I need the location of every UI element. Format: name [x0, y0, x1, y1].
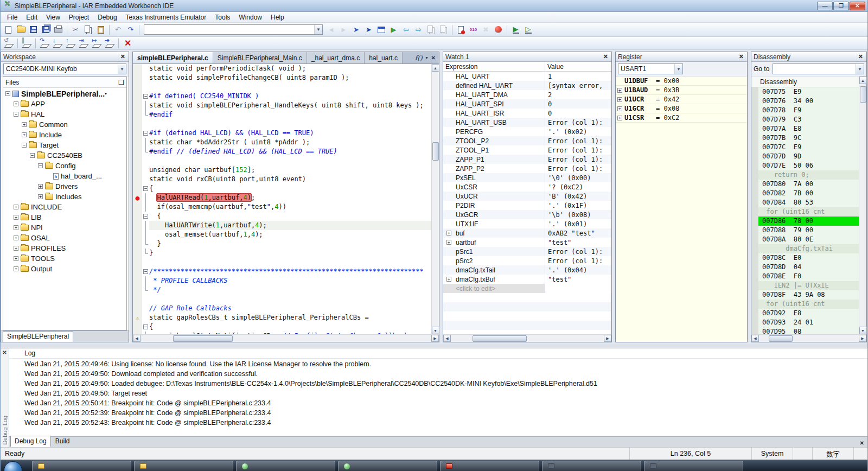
tab-hal-uart-c[interactable]: hal_uart.c: [365, 52, 403, 63]
fold-collapse-icon[interactable]: −: [143, 186, 148, 191]
watch-row[interactable]: pSrc2Error (col 1):: [443, 256, 611, 265]
disassembly-list[interactable]: Disassembly 007D75 E9007D76 34 00007D78 …: [751, 77, 859, 334]
expand-icon[interactable]: +: [38, 194, 43, 199]
fold-margin[interactable]: −: [142, 267, 149, 276]
fold-margin[interactable]: [142, 295, 149, 304]
fold-margin[interactable]: −: [142, 322, 149, 332]
next-bookmark-icon[interactable]: ⇨: [412, 24, 425, 35]
break-icon[interactable]: ∥: [20, 38, 33, 48]
editor-margin[interactable]: [133, 285, 142, 295]
previous-bookmark-icon[interactable]: ⇦: [400, 24, 412, 35]
tree-item-includes[interactable]: +Includes: [3, 192, 126, 202]
editor-margin[interactable]: [133, 322, 142, 332]
scroll-left-icon[interactable]: ◀: [133, 335, 141, 342]
fold-margin[interactable]: [142, 73, 149, 82]
reset-icon[interactable]: ↺: [2, 38, 15, 48]
tree-item-tools[interactable]: +TOOLS: [3, 253, 126, 264]
undo-icon[interactable]: ↶: [112, 24, 124, 35]
expand-icon[interactable]: +: [446, 231, 451, 236]
watch-row[interactable]: pSrc1Error (col 1):: [443, 247, 611, 256]
editor-margin[interactable]: [133, 295, 142, 304]
menu-texas-instruments-emulator[interactable]: Texas Instruments Emulator: [122, 12, 211, 22]
fold-collapse-icon[interactable]: −: [143, 214, 148, 219]
menu-debug[interactable]: Debug: [93, 12, 121, 22]
find-combobox[interactable]: ▼: [144, 24, 323, 35]
tree-item-hal[interactable]: −HAL: [3, 109, 126, 119]
fold-margin[interactable]: [142, 101, 149, 110]
menu-edit[interactable]: Edit: [22, 12, 42, 22]
goto-combobox[interactable]: ▼: [773, 63, 864, 74]
fold-margin[interactable]: [142, 202, 149, 212]
fold-margin[interactable]: [142, 304, 149, 313]
menu-project[interactable]: Project: [65, 12, 93, 22]
watch-row[interactable]: HAL_UART1: [443, 72, 611, 81]
collapse-icon[interactable]: −: [22, 143, 27, 148]
fold-margin[interactable]: [142, 82, 149, 92]
collapse-icon[interactable]: −: [14, 112, 18, 117]
watch-row[interactable]: PERCFG'.' (0x02): [443, 127, 611, 136]
editor-margin[interactable]: ●: [133, 193, 142, 202]
open-file-icon[interactable]: [15, 24, 27, 35]
expand-icon[interactable]: +: [14, 215, 18, 220]
watch-row[interactable]: ZAPP_P1Error (col 1):: [443, 155, 611, 164]
function-selector[interactable]: f(): [415, 54, 423, 62]
minimize-button[interactable]: —: [817, 2, 833, 10]
fold-margin[interactable]: [142, 221, 149, 230]
chevron-down-icon[interactable]: ▼: [118, 64, 126, 74]
watch-row[interactable]: +dmaCfg.txBuf"test": [443, 275, 611, 284]
fold-margin[interactable]: −: [142, 184, 149, 193]
taskbar-button[interactable]: [440, 461, 539, 471]
copy-icon[interactable]: [82, 24, 94, 35]
register-row[interactable]: +U1BAUD= 0x3B: [616, 86, 747, 95]
editor-margin[interactable]: [133, 212, 142, 221]
register-row[interactable]: +U1UCR= 0x42: [616, 95, 747, 104]
goto-bookmark-icon[interactable]: ➤: [362, 24, 375, 35]
scroll-up-icon[interactable]: ▲: [432, 64, 439, 72]
log-lines[interactable]: Wed Jan 21, 2015 20:49:46: Using license…: [9, 359, 867, 436]
editor-vertical-scrollbar[interactable]: ▲ ▼: [431, 64, 439, 334]
expand-icon[interactable]: +: [617, 97, 622, 102]
log-tabs-close-icon[interactable]: ✕: [857, 440, 867, 447]
expand-icon[interactable]: +: [446, 240, 451, 245]
editor-margin[interactable]: [133, 119, 142, 129]
fold-collapse-icon[interactable]: −: [143, 324, 148, 329]
taskbar-button[interactable]: [644, 461, 743, 471]
editor-horizontal-scrollbar[interactable]: ◀ ▶: [133, 334, 439, 342]
register-row[interactable]: +U1GCR= 0x08: [616, 104, 747, 113]
code-editor[interactable]: static void performPeriodicTask( void );…: [133, 64, 431, 334]
editor-close-icon[interactable]: ✕: [431, 55, 436, 61]
editor-margin[interactable]: [133, 249, 142, 258]
register-row[interactable]: +U1CSR= 0xC2: [616, 113, 747, 123]
taskbar-button[interactable]: [134, 461, 233, 471]
workspace-config-select[interactable]: CC2540DK-MINI Keyfob ▼: [3, 63, 126, 74]
watch-horizontal-scrollbar[interactable]: ◀ ▶: [443, 334, 611, 342]
editor-margin[interactable]: [133, 221, 142, 230]
tree-item-include[interactable]: +INCLUDE: [3, 202, 126, 212]
expand-icon[interactable]: +: [14, 101, 18, 106]
scroll-left-icon[interactable]: ◀: [443, 335, 451, 342]
watch-row[interactable]: defined HAL_UART[syntax error,: [443, 81, 611, 90]
editor-margin[interactable]: [133, 258, 142, 267]
find-in-files-icon[interactable]: [375, 24, 387, 35]
close-button[interactable]: ✕: [850, 2, 865, 10]
watch-edit-row[interactable]: <click to edit>: [443, 284, 611, 293]
watch-row[interactable]: HAL_UART_SPI0: [443, 99, 611, 109]
fold-margin[interactable]: −: [142, 129, 149, 138]
menu-window[interactable]: Window: [234, 12, 266, 22]
make-icon[interactable]: ▶: [387, 24, 400, 35]
workspace-close-icon[interactable]: ✕: [119, 53, 126, 60]
restore-button[interactable]: ❐: [833, 2, 849, 10]
fold-margin[interactable]: [142, 175, 149, 184]
scroll-left-icon[interactable]: ◀: [751, 335, 759, 342]
watch-row[interactable]: ZTOOL_P1Error (col 1):: [443, 145, 611, 155]
taskbar-button[interactable]: [236, 461, 335, 471]
menu-help[interactable]: Help: [266, 12, 289, 22]
fold-margin[interactable]: [142, 64, 149, 73]
go-icon[interactable]: ➔: [103, 38, 116, 48]
log-close-icon[interactable]: ✕: [2, 348, 7, 357]
toggle-breakpoint-icon[interactable]: [455, 24, 467, 35]
taskbar-button[interactable]: [338, 461, 437, 471]
menu-file[interactable]: File: [3, 12, 22, 22]
watch-row[interactable]: HAL_UART_DMA2: [443, 90, 611, 99]
tree-item-npi[interactable]: +NPI: [3, 222, 126, 233]
